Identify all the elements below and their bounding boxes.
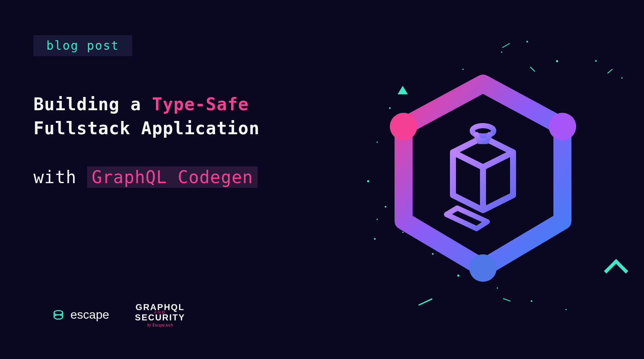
subtitle-highlight: GraphQL Codegen [87, 166, 257, 188]
escape-icon [52, 308, 65, 322]
subtitle: with GraphQL Codegen [33, 167, 258, 187]
particle [501, 51, 502, 53]
svg-point-4 [469, 254, 497, 282]
title-line2: Fullstack Application [33, 118, 260, 138]
svg-point-1 [54, 315, 63, 319]
particle [367, 180, 369, 182]
title-highlight: Type-Safe [152, 94, 249, 114]
particle [377, 219, 378, 220]
particle [432, 253, 434, 255]
title-prefix: Building a [33, 94, 152, 114]
subtitle-prefix: with [33, 167, 87, 187]
particle [385, 206, 386, 208]
particle [531, 300, 532, 302]
svg-point-0 [54, 311, 63, 315]
particle-line [502, 43, 510, 48]
particle [377, 142, 378, 143]
particle-line [607, 69, 613, 74]
chevron-decoration [604, 259, 629, 284]
main-title: Building a Type-Safe Fullstack Applicati… [33, 92, 260, 140]
triangle-decoration [398, 86, 408, 94]
hexagon-icon [361, 58, 605, 302]
svg-point-2 [390, 113, 417, 140]
hero-graphic [361, 58, 605, 302]
gql-byline: by Escape.tech [135, 323, 185, 327]
particle [526, 41, 528, 42]
escape-text: escape [70, 308, 109, 322]
particle [374, 238, 376, 240]
particle [389, 107, 391, 109]
graphql-security-logo: GRAPHQL AND SECURITY by Escape.tech [135, 303, 185, 327]
particle [556, 60, 558, 62]
blog-post-badge: blog post [33, 35, 132, 56]
particle [565, 309, 567, 310]
particle [457, 275, 459, 277]
gql-line2: SECURITY [135, 314, 185, 322]
particle [621, 77, 623, 78]
logos-container: escape GRAPHQL AND SECURITY by Escape.te… [52, 303, 185, 327]
particle [595, 60, 597, 62]
particle [462, 69, 464, 70]
escape-logo: escape [52, 308, 109, 322]
svg-point-3 [549, 113, 576, 140]
particle [402, 232, 404, 233]
particle [497, 287, 498, 289]
